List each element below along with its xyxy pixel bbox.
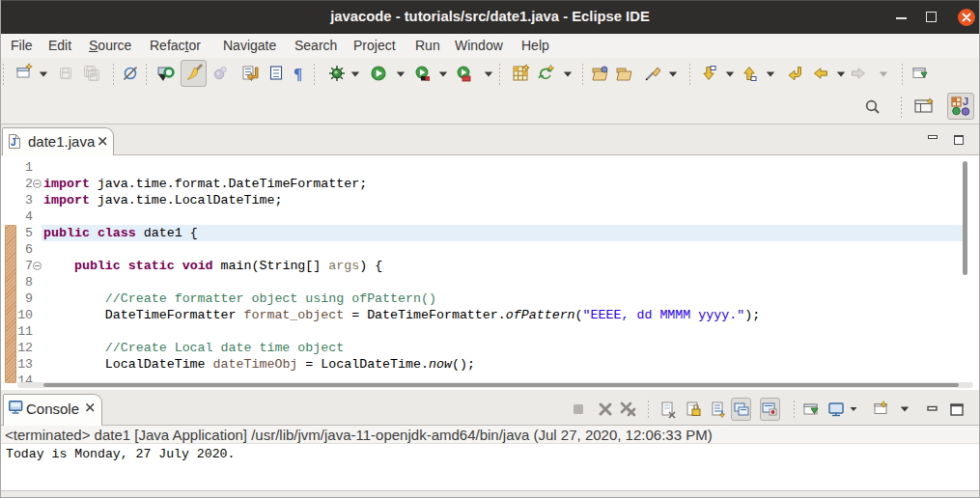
svg-text:J: J — [11, 137, 16, 148]
svg-text:¶: ¶ — [294, 65, 302, 83]
svg-text:J: J — [963, 96, 968, 107]
